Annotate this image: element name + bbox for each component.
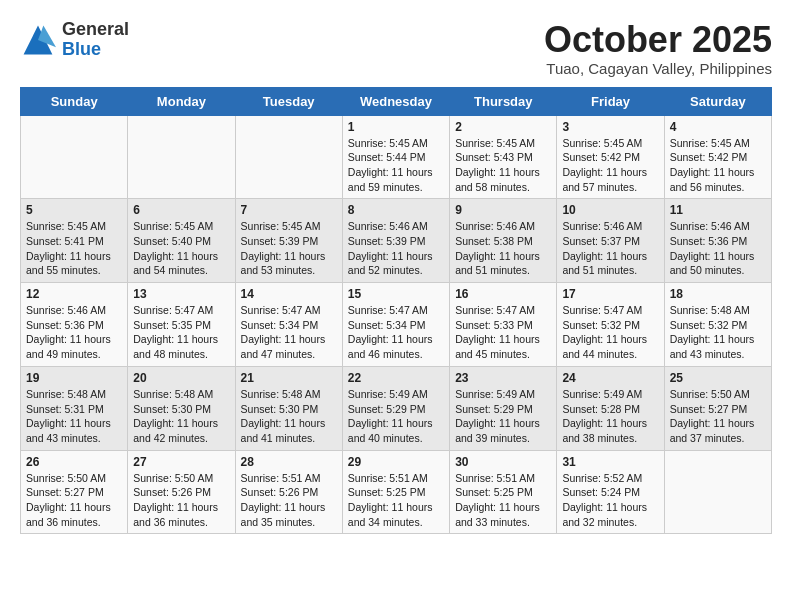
day-info: Sunrise: 5:46 AM Sunset: 5:36 PM Dayligh… <box>26 303 122 362</box>
day-info: Sunrise: 5:47 AM Sunset: 5:34 PM Dayligh… <box>241 303 337 362</box>
day-info: Sunrise: 5:46 AM Sunset: 5:38 PM Dayligh… <box>455 219 551 278</box>
calendar-cell: 23Sunrise: 5:49 AM Sunset: 5:29 PM Dayli… <box>450 366 557 450</box>
logo-icon <box>20 22 56 58</box>
title-section: October 2025 Tuao, Cagayan Valley, Phili… <box>544 20 772 77</box>
day-info: Sunrise: 5:49 AM Sunset: 5:29 PM Dayligh… <box>455 387 551 446</box>
calendar-cell: 24Sunrise: 5:49 AM Sunset: 5:28 PM Dayli… <box>557 366 664 450</box>
day-number: 10 <box>562 203 658 217</box>
calendar-cell: 18Sunrise: 5:48 AM Sunset: 5:32 PM Dayli… <box>664 283 771 367</box>
day-number: 21 <box>241 371 337 385</box>
day-number: 6 <box>133 203 229 217</box>
location-subtitle: Tuao, Cagayan Valley, Philippines <box>544 60 772 77</box>
day-number: 4 <box>670 120 766 134</box>
weekday-header-friday: Friday <box>557 87 664 115</box>
day-info: Sunrise: 5:48 AM Sunset: 5:32 PM Dayligh… <box>670 303 766 362</box>
day-number: 25 <box>670 371 766 385</box>
day-number: 18 <box>670 287 766 301</box>
day-info: Sunrise: 5:45 AM Sunset: 5:41 PM Dayligh… <box>26 219 122 278</box>
calendar-cell: 16Sunrise: 5:47 AM Sunset: 5:33 PM Dayli… <box>450 283 557 367</box>
day-info: Sunrise: 5:50 AM Sunset: 5:27 PM Dayligh… <box>670 387 766 446</box>
calendar-cell: 5Sunrise: 5:45 AM Sunset: 5:41 PM Daylig… <box>21 199 128 283</box>
day-number: 17 <box>562 287 658 301</box>
day-number: 22 <box>348 371 444 385</box>
day-info: Sunrise: 5:51 AM Sunset: 5:25 PM Dayligh… <box>455 471 551 530</box>
day-number: 19 <box>26 371 122 385</box>
calendar-cell: 6Sunrise: 5:45 AM Sunset: 5:40 PM Daylig… <box>128 199 235 283</box>
calendar-header: SundayMondayTuesdayWednesdayThursdayFrid… <box>21 87 772 115</box>
calendar-cell: 17Sunrise: 5:47 AM Sunset: 5:32 PM Dayli… <box>557 283 664 367</box>
calendar-cell: 31Sunrise: 5:52 AM Sunset: 5:24 PM Dayli… <box>557 450 664 534</box>
day-number: 31 <box>562 455 658 469</box>
day-number: 2 <box>455 120 551 134</box>
calendar-cell <box>235 115 342 199</box>
calendar-cell: 21Sunrise: 5:48 AM Sunset: 5:30 PM Dayli… <box>235 366 342 450</box>
page-header: General Blue October 2025 Tuao, Cagayan … <box>20 20 772 77</box>
logo-text: General Blue <box>62 20 129 60</box>
month-title: October 2025 <box>544 20 772 60</box>
day-number: 28 <box>241 455 337 469</box>
weekday-header-sunday: Sunday <box>21 87 128 115</box>
weekday-header-thursday: Thursday <box>450 87 557 115</box>
calendar-cell <box>21 115 128 199</box>
calendar-table: SundayMondayTuesdayWednesdayThursdayFrid… <box>20 87 772 535</box>
day-number: 30 <box>455 455 551 469</box>
day-info: Sunrise: 5:48 AM Sunset: 5:31 PM Dayligh… <box>26 387 122 446</box>
day-number: 3 <box>562 120 658 134</box>
day-info: Sunrise: 5:51 AM Sunset: 5:26 PM Dayligh… <box>241 471 337 530</box>
day-number: 15 <box>348 287 444 301</box>
day-info: Sunrise: 5:50 AM Sunset: 5:26 PM Dayligh… <box>133 471 229 530</box>
calendar-cell: 26Sunrise: 5:50 AM Sunset: 5:27 PM Dayli… <box>21 450 128 534</box>
calendar-cell: 12Sunrise: 5:46 AM Sunset: 5:36 PM Dayli… <box>21 283 128 367</box>
calendar-week-row: 12Sunrise: 5:46 AM Sunset: 5:36 PM Dayli… <box>21 283 772 367</box>
calendar-cell: 14Sunrise: 5:47 AM Sunset: 5:34 PM Dayli… <box>235 283 342 367</box>
calendar-cell: 19Sunrise: 5:48 AM Sunset: 5:31 PM Dayli… <box>21 366 128 450</box>
calendar-cell: 28Sunrise: 5:51 AM Sunset: 5:26 PM Dayli… <box>235 450 342 534</box>
calendar-cell: 4Sunrise: 5:45 AM Sunset: 5:42 PM Daylig… <box>664 115 771 199</box>
day-info: Sunrise: 5:47 AM Sunset: 5:34 PM Dayligh… <box>348 303 444 362</box>
calendar-cell: 9Sunrise: 5:46 AM Sunset: 5:38 PM Daylig… <box>450 199 557 283</box>
day-number: 13 <box>133 287 229 301</box>
calendar-cell: 10Sunrise: 5:46 AM Sunset: 5:37 PM Dayli… <box>557 199 664 283</box>
weekday-header-saturday: Saturday <box>664 87 771 115</box>
day-info: Sunrise: 5:46 AM Sunset: 5:39 PM Dayligh… <box>348 219 444 278</box>
calendar-week-row: 5Sunrise: 5:45 AM Sunset: 5:41 PM Daylig… <box>21 199 772 283</box>
day-number: 14 <box>241 287 337 301</box>
day-number: 7 <box>241 203 337 217</box>
calendar-week-row: 1Sunrise: 5:45 AM Sunset: 5:44 PM Daylig… <box>21 115 772 199</box>
calendar-cell: 30Sunrise: 5:51 AM Sunset: 5:25 PM Dayli… <box>450 450 557 534</box>
logo-general-label: General <box>62 20 129 40</box>
calendar-cell: 13Sunrise: 5:47 AM Sunset: 5:35 PM Dayli… <box>128 283 235 367</box>
day-info: Sunrise: 5:46 AM Sunset: 5:37 PM Dayligh… <box>562 219 658 278</box>
day-number: 16 <box>455 287 551 301</box>
day-number: 12 <box>26 287 122 301</box>
day-number: 5 <box>26 203 122 217</box>
day-info: Sunrise: 5:47 AM Sunset: 5:32 PM Dayligh… <box>562 303 658 362</box>
day-number: 26 <box>26 455 122 469</box>
weekday-header-row: SundayMondayTuesdayWednesdayThursdayFrid… <box>21 87 772 115</box>
calendar-cell: 3Sunrise: 5:45 AM Sunset: 5:42 PM Daylig… <box>557 115 664 199</box>
calendar-cell: 2Sunrise: 5:45 AM Sunset: 5:43 PM Daylig… <box>450 115 557 199</box>
calendar-cell: 22Sunrise: 5:49 AM Sunset: 5:29 PM Dayli… <box>342 366 449 450</box>
day-number: 9 <box>455 203 551 217</box>
day-info: Sunrise: 5:45 AM Sunset: 5:39 PM Dayligh… <box>241 219 337 278</box>
day-info: Sunrise: 5:49 AM Sunset: 5:29 PM Dayligh… <box>348 387 444 446</box>
calendar-week-row: 26Sunrise: 5:50 AM Sunset: 5:27 PM Dayli… <box>21 450 772 534</box>
day-info: Sunrise: 5:51 AM Sunset: 5:25 PM Dayligh… <box>348 471 444 530</box>
weekday-header-wednesday: Wednesday <box>342 87 449 115</box>
calendar-cell: 8Sunrise: 5:46 AM Sunset: 5:39 PM Daylig… <box>342 199 449 283</box>
day-number: 1 <box>348 120 444 134</box>
day-number: 11 <box>670 203 766 217</box>
day-info: Sunrise: 5:45 AM Sunset: 5:44 PM Dayligh… <box>348 136 444 195</box>
weekday-header-monday: Monday <box>128 87 235 115</box>
day-number: 24 <box>562 371 658 385</box>
day-info: Sunrise: 5:45 AM Sunset: 5:43 PM Dayligh… <box>455 136 551 195</box>
day-number: 8 <box>348 203 444 217</box>
day-number: 23 <box>455 371 551 385</box>
day-info: Sunrise: 5:48 AM Sunset: 5:30 PM Dayligh… <box>133 387 229 446</box>
day-info: Sunrise: 5:45 AM Sunset: 5:42 PM Dayligh… <box>670 136 766 195</box>
calendar-cell: 29Sunrise: 5:51 AM Sunset: 5:25 PM Dayli… <box>342 450 449 534</box>
logo: General Blue <box>20 20 129 60</box>
day-info: Sunrise: 5:52 AM Sunset: 5:24 PM Dayligh… <box>562 471 658 530</box>
calendar-cell: 20Sunrise: 5:48 AM Sunset: 5:30 PM Dayli… <box>128 366 235 450</box>
calendar-body: 1Sunrise: 5:45 AM Sunset: 5:44 PM Daylig… <box>21 115 772 534</box>
